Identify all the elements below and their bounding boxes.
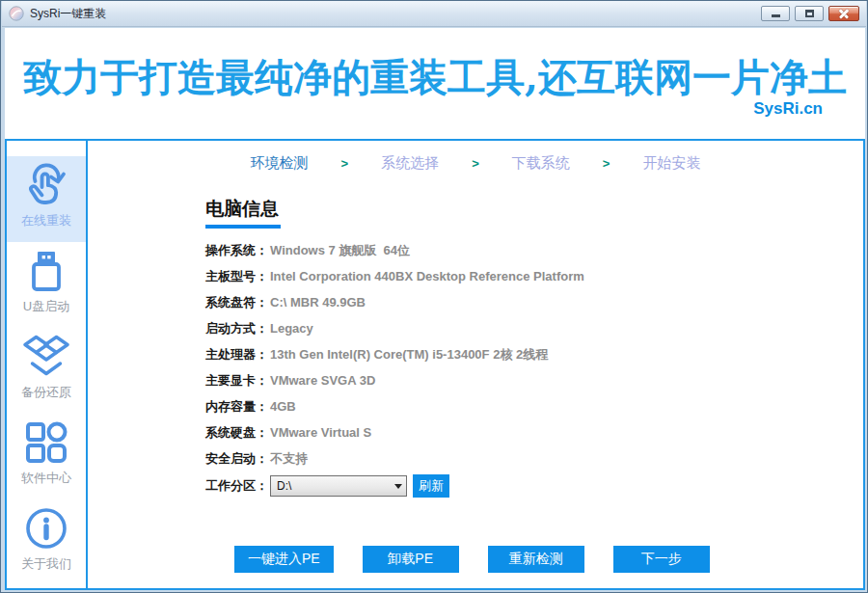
next-step-button[interactable]: 下一步 [613,546,710,573]
info-value: Intel Corporation 440BX Desktop Referenc… [270,269,584,283]
sidebar-item-label: 软件中心 [21,470,71,487]
minimize-icon [772,14,780,17]
info-row-os: 操作系统： Windows 7 旗舰版 64位 [205,237,584,263]
step-separator-icon: > [472,156,479,171]
info-row-boot-mode: 启动方式： Legacy [205,315,584,341]
info-circle-icon [23,505,69,552]
info-value: Windows 7 旗舰版 64位 [270,242,410,259]
info-value: 不支持 [270,450,308,468]
info-row-memory: 内存容量： 4GB [205,393,584,419]
sidebar-item-label: 备份还原 [21,384,71,401]
refresh-button[interactable]: 刷新 [413,474,449,498]
step-system-select[interactable]: 系统选择 [381,154,439,173]
close-button[interactable] [828,6,859,21]
computer-info-list: 操作系统： Windows 7 旗舰版 64位 主板型号： Intel Corp… [205,237,584,499]
header-banner: 致力于打造最纯净的重装工具,还互联网一片净土 SysRi.cn [5,28,865,139]
enter-pe-button[interactable]: 一键进入PE [234,546,334,573]
minimize-button[interactable] [761,6,790,21]
info-value: VMware SVGA 3D [270,373,375,388]
info-value: VMware Virtual S [270,425,371,440]
partition-select[interactable]: D:\ [270,475,407,497]
recheck-button[interactable]: 重新检测 [488,546,584,573]
info-label: 操作系统： [205,242,268,259]
step-separator-icon: > [341,156,349,171]
info-row-gpu: 主要显卡： VMware SVGA 3D [205,367,584,393]
app-window: SysRi一键重装 致力于打造最纯净的重装工具,还互联网一片净土 SysRi.c… [0,0,868,593]
app-logo-icon [9,6,24,21]
sidebar-item-online-reinstall[interactable]: 在线重装 [7,156,86,242]
title-bar[interactable]: SysRi一键重装 [2,1,866,27]
sidebar: 在线重装 U盘启动 [7,141,88,588]
info-value: 4GB [270,399,296,414]
hand-refresh-icon [23,162,69,208]
slogan-text: 致力于打造最纯净的重装工具,还互联网一片净土 [5,51,865,104]
info-row-work-partition: 工作分区： D:\ 刷新 [205,473,584,499]
page-title-text: 电脑信息 [205,199,279,219]
info-row-cpu: 主处理器： 13th Gen Intel(R) Core(TM) i5-1340… [205,341,584,367]
window-title: SysRi一键重装 [30,6,106,22]
info-value: Legacy [270,321,313,336]
sidebar-item-label: U盘启动 [23,298,69,315]
info-value: C:\ MBR 49.9GB [270,295,366,310]
step-env-check[interactable]: 环境检测 [251,154,309,173]
site-url: SysRi.cn [753,99,823,119]
sidebar-item-usb-boot[interactable]: U盘启动 [7,242,86,328]
usb-drive-icon [23,248,69,294]
info-value: 13th Gen Intel(R) Core(TM) i5-13400F 2核 … [270,346,548,364]
chevron-down-icon [391,484,406,489]
partition-selected-value: D:\ [271,479,391,493]
sidebar-item-label: 在线重装 [21,212,71,229]
page-title: 电脑信息 [205,197,281,229]
info-label: 主要显卡： [205,372,268,390]
step-nav: 环境检测 > 系统选择 > 下载系统 > 开始安装 [88,154,863,173]
info-label: 启动方式： [205,320,268,337]
maximize-button[interactable] [795,6,824,21]
step-download-system[interactable]: 下载系统 [512,154,570,173]
info-row-secure-boot: 安全启动： 不支持 [205,445,584,472]
info-row-hdd: 系统硬盘： VMware Virtual S [205,419,584,445]
app-grid-icon [23,419,69,466]
info-label: 工作分区： [205,477,268,495]
step-start-install[interactable]: 开始安装 [642,154,700,173]
content-panel: 环境检测 > 系统选择 > 下载系统 > 开始安装 电脑信息 操作系统： Win… [88,141,863,588]
backup-box-icon [23,334,69,380]
close-icon [838,8,850,19]
info-label: 安全启动： [205,450,268,468]
info-label: 系统盘符： [205,294,268,311]
sidebar-item-software-center[interactable]: 软件中心 [7,414,86,499]
maximize-icon [805,10,814,17]
window-controls [761,6,859,21]
info-label: 主处理器： [205,346,268,364]
main-region: 在线重装 U盘启动 [5,139,865,590]
sidebar-item-backup-restore[interactable]: 备份还原 [7,328,86,414]
info-row-motherboard: 主板型号： Intel Corporation 440BX Desktop Re… [205,263,584,289]
sidebar-item-about-us[interactable]: 关于我们 [7,499,86,585]
info-row-system-drive: 系统盘符： C:\ MBR 49.9GB [205,289,584,315]
sidebar-item-label: 关于我们 [21,555,71,573]
info-label: 内存容量： [205,398,268,416]
info-label: 主板型号： [205,268,268,285]
uninstall-pe-button[interactable]: 卸载PE [363,546,459,573]
step-separator-icon: > [603,156,610,171]
info-label: 系统硬盘： [205,424,268,442]
footer-actions: 一键进入PE 卸载PE 重新检测 下一步 [234,546,710,573]
title-underline [205,225,281,229]
